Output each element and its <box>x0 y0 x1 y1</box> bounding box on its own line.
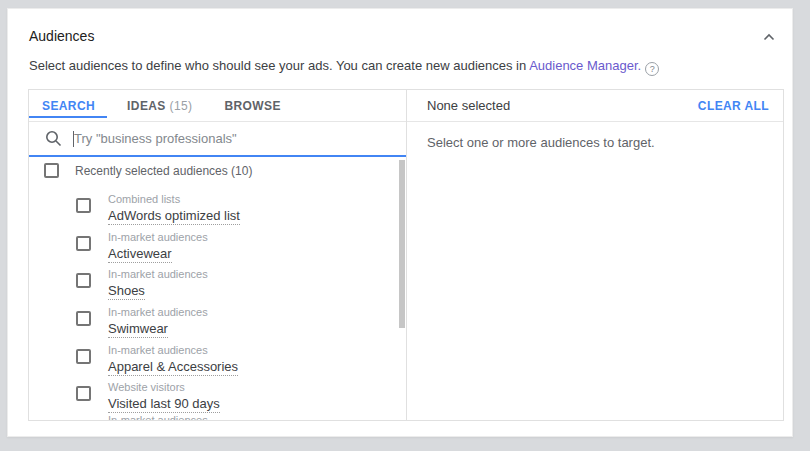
item-name[interactable]: Apparel & Accessories <box>108 359 238 376</box>
picker-right-pane: None selected CLEAR ALL Select one or mo… <box>407 90 783 420</box>
item-category: In-market audiences <box>108 306 208 319</box>
item-category: Combined lists <box>108 193 240 206</box>
clear-all-button[interactable]: CLEAR ALL <box>698 99 769 113</box>
list-group-row: Recently selected audiences (10) <box>29 163 252 178</box>
page-title: Audiences <box>29 28 94 44</box>
item-checkbox[interactable] <box>76 236 91 251</box>
list-item: In-market audiences Apparel & Accessorie… <box>29 344 238 376</box>
list-item: In-market audiences Activewear <box>29 231 208 263</box>
selection-status: None selected <box>427 98 510 113</box>
active-tab-underline <box>29 116 107 118</box>
item-checkbox[interactable] <box>76 198 91 213</box>
scrollbar-thumb[interactable] <box>399 160 405 328</box>
item-name[interactable]: Activewear <box>108 246 172 263</box>
tab-search[interactable]: SEARCH <box>42 99 95 113</box>
item-checkbox[interactable] <box>76 386 91 401</box>
chevron-up-icon <box>763 27 775 45</box>
list-item: Website visitors Visited last 90 days <box>29 381 220 413</box>
item-category: In-market audiences <box>108 414 208 420</box>
description-text: Select audiences to define who should se… <box>29 58 659 76</box>
item-name[interactable]: AdWords optimized list <box>108 208 240 225</box>
collapse-button[interactable] <box>759 26 779 46</box>
search-icon <box>45 130 62 147</box>
picker-left-pane: SEARCH IDEAS (15) BROWSE Recen <box>29 90 407 420</box>
item-name[interactable]: Swimwear <box>108 321 168 338</box>
help-icon[interactable]: ? <box>645 62 659 76</box>
search-input[interactable] <box>74 131 374 146</box>
audience-list: Recently selected audiences (10) Combine… <box>29 157 406 420</box>
audiences-card: Audiences Select audiences to define who… <box>7 8 793 437</box>
item-category: In-market audiences <box>108 268 208 281</box>
item-category: In-market audiences <box>108 344 238 357</box>
item-checkbox[interactable] <box>76 349 91 364</box>
text-cursor <box>73 131 74 147</box>
description-body: Select audiences to define who should se… <box>29 58 529 73</box>
list-item: Combined lists AdWords optimized list <box>29 193 240 225</box>
item-checkbox[interactable] <box>76 311 91 326</box>
group-label: Recently selected audiences (10) <box>75 164 252 178</box>
selection-header: None selected CLEAR ALL <box>407 90 783 122</box>
list-item: In-market audiences Shoes <box>29 268 208 300</box>
audience-manager-link[interactable]: Audience Manager. <box>529 58 641 73</box>
item-name[interactable]: Visited last 90 days <box>108 396 220 413</box>
group-checkbox[interactable] <box>44 163 59 178</box>
tab-browse[interactable]: BROWSE <box>224 99 280 113</box>
list-item-partial: In-market audiences <box>29 414 208 420</box>
item-category: Website visitors <box>108 381 220 394</box>
tab-bar: SEARCH IDEAS (15) BROWSE <box>29 90 406 122</box>
item-checkbox[interactable] <box>76 273 91 288</box>
tab-ideas[interactable]: IDEAS (15) <box>127 99 192 113</box>
audience-picker-panel: SEARCH IDEAS (15) BROWSE Recen <box>28 89 784 421</box>
item-name[interactable]: Shoes <box>108 283 145 300</box>
list-item: In-market audiences Swimwear <box>29 306 208 338</box>
item-category: In-market audiences <box>108 231 208 244</box>
selection-empty-message: Select one or more audiences to target. <box>407 122 783 150</box>
search-bar <box>29 122 406 157</box>
